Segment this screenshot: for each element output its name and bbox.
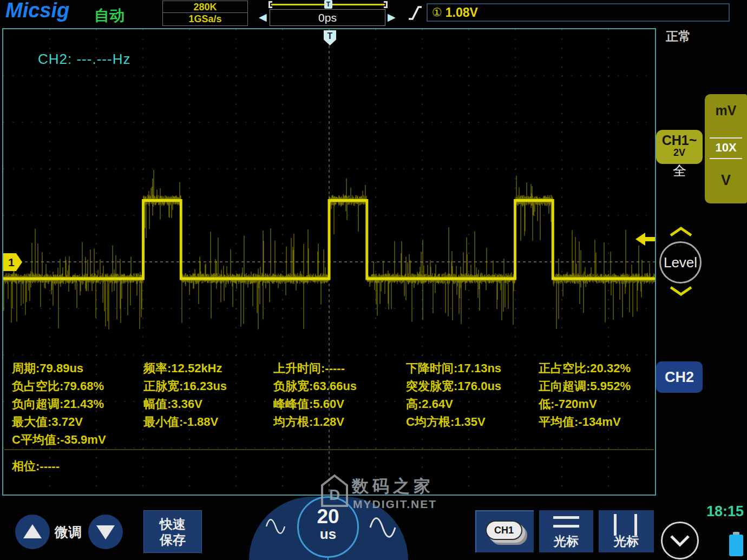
oscilloscope-screen: Micsig 自动 280K 1GSa/s T ◀ 0ps ▶ ① 1.08V … bbox=[0, 0, 747, 560]
measurement-item: 低:-720mV bbox=[539, 396, 597, 412]
divider bbox=[710, 137, 742, 139]
down-triangle-icon bbox=[96, 525, 115, 539]
trigger-position-chip[interactable]: T bbox=[324, 0, 332, 9]
cursor-label: 光标 bbox=[539, 533, 593, 550]
acquisition-info-box[interactable]: 280K 1GSa/s bbox=[162, 1, 248, 26]
measurement-item: 正向超调:5.952% bbox=[539, 378, 631, 394]
measurements-divider bbox=[4, 449, 654, 450]
sample-rate: 1GSa/s bbox=[163, 13, 247, 25]
fine-down-button[interactable] bbox=[88, 515, 123, 549]
h-cursor-line-icon bbox=[553, 525, 579, 528]
measurement-item: 高:2.64V bbox=[406, 396, 453, 412]
zoom-in-sine-icon[interactable] bbox=[367, 512, 398, 543]
ch2-frequency-readout: CH2: ---.---Hz bbox=[38, 51, 130, 68]
horizontal-cursor-button[interactable]: 光标 bbox=[539, 510, 593, 552]
waveform-display[interactable]: CH2: ---.---Hz T 1 周期:79.89us频率:12.52kHz… bbox=[2, 28, 656, 496]
zoom-out-sine-icon[interactable] bbox=[264, 514, 287, 539]
volt-up-button[interactable]: mV bbox=[705, 103, 747, 118]
ch2-channel-button[interactable]: CH2 bbox=[656, 361, 703, 393]
measurement-item: 最大值:3.72V bbox=[12, 414, 83, 430]
ch1-label: CH1~ bbox=[656, 133, 703, 148]
measurement-item: C平均值:-35.9mV bbox=[12, 432, 106, 448]
quick-save-line2: 保存 bbox=[160, 532, 186, 547]
volt-down-button[interactable]: V bbox=[705, 172, 747, 189]
measurement-item: 幅值:3.36V bbox=[143, 396, 202, 412]
trigger-source-badge: ① bbox=[432, 6, 442, 19]
measurement-item: C均方根:1.35V bbox=[406, 414, 486, 430]
bracket-right-icon bbox=[384, 1, 388, 8]
level-up-chevron-icon[interactable] bbox=[669, 226, 693, 237]
measurement-item: 正脉宽:16.23us bbox=[143, 378, 227, 394]
svg-text:D: D bbox=[329, 486, 340, 503]
brand-logo: Micsig bbox=[5, 0, 69, 22]
hub-stem bbox=[327, 558, 329, 560]
trigger-level-arrow-icon[interactable] bbox=[634, 231, 655, 247]
watermark-cn: 数码之家 bbox=[352, 475, 434, 498]
measurement-item: 正占空比:20.32% bbox=[539, 360, 631, 377]
divider bbox=[710, 158, 742, 159]
trigger-mode-label: 正常 bbox=[666, 28, 691, 45]
run-mode-label[interactable]: 自动 bbox=[94, 5, 124, 26]
measurement-item: 周期:79.89us bbox=[12, 360, 83, 377]
measurement-item: 负占空比:79.68% bbox=[12, 378, 104, 394]
v-cursor-line-icon bbox=[614, 514, 617, 536]
bracket-left-icon bbox=[268, 1, 272, 8]
measurement-item: 峰峰值:5.60V bbox=[273, 396, 344, 412]
ch1-pill-icon: CH1 bbox=[486, 521, 522, 540]
h-cursor-line-icon bbox=[553, 516, 579, 519]
delay-left-arrow-icon[interactable]: ◀ bbox=[259, 11, 267, 23]
watermark-en: MYDIGIT.NET bbox=[353, 498, 437, 511]
chevron-down-icon bbox=[663, 523, 697, 558]
trigger-level-box[interactable]: ① 1.08V bbox=[427, 3, 730, 22]
probe-ratio-button[interactable]: 10X bbox=[705, 141, 747, 155]
clock-label: 18:15 bbox=[706, 503, 744, 520]
rising-edge-icon[interactable] bbox=[407, 4, 423, 22]
timebase-unit: us bbox=[299, 527, 357, 541]
memory-depth: 280K bbox=[163, 1, 247, 13]
trigger-level-value: 1.08V bbox=[445, 5, 478, 20]
measurement-item: 负向超调:21.43% bbox=[12, 396, 104, 412]
collapse-menu-button[interactable] bbox=[661, 522, 699, 559]
fine-up-button[interactable] bbox=[15, 515, 50, 549]
ch1-scale: 2V bbox=[656, 147, 703, 159]
channel-select-button[interactable]: CH1 bbox=[475, 510, 534, 552]
measurement-item: 频率:12.52kHz bbox=[143, 360, 222, 377]
phase-measurement: 相位:----- bbox=[12, 458, 60, 475]
measurement-item: 最小值:-1.88V bbox=[143, 414, 218, 430]
measurement-item: 突发脉宽:176.0us bbox=[406, 378, 501, 394]
watermark: D 数码之家 MYDIGIT.NET bbox=[320, 474, 349, 510]
watermark-logo-icon: D bbox=[320, 474, 349, 508]
cursor-label: 光标 bbox=[599, 533, 654, 550]
bandwidth-label: 全 bbox=[673, 162, 686, 180]
vertical-cursor-button[interactable]: 光标 bbox=[599, 510, 654, 552]
measurement-item: 上升时间:----- bbox=[273, 360, 345, 377]
quick-save-line1: 快速 bbox=[160, 517, 186, 531]
quick-save-button[interactable]: 快速 保存 bbox=[143, 510, 202, 553]
delay-right-arrow-icon[interactable]: ▶ bbox=[388, 11, 396, 23]
trigger-delay-readout[interactable]: 0ps bbox=[270, 9, 385, 26]
up-triangle-icon bbox=[23, 524, 42, 538]
trigger-level-knob[interactable]: Level bbox=[659, 241, 702, 284]
measurement-item: 平均值:-134mV bbox=[539, 414, 621, 430]
measurement-item: 均方根:1.28V bbox=[273, 414, 344, 430]
ch1-channel-button[interactable]: CH1~ 2V bbox=[656, 130, 703, 164]
fine-tune-label: 微调 bbox=[55, 523, 82, 541]
battery-icon bbox=[729, 535, 743, 556]
measurement-item: 负脉宽:63.66us bbox=[273, 378, 357, 394]
level-down-chevron-icon[interactable] bbox=[669, 286, 693, 297]
measurement-item: 下降时间:17.13ns bbox=[406, 360, 501, 377]
volt-scale-panel: mV 10X V bbox=[705, 94, 747, 203]
v-cursor-line-icon bbox=[634, 514, 637, 536]
